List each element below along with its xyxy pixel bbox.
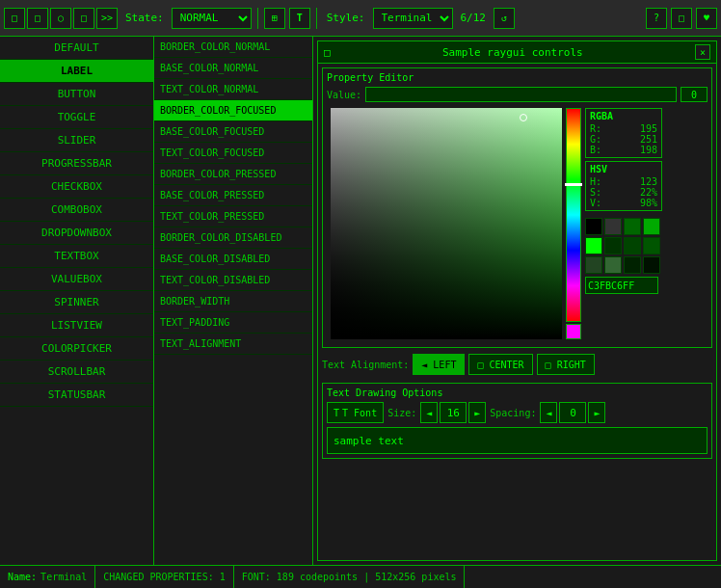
middle-base-color-focused[interactable]: BASE_COLOR_FOCUSED — [154, 121, 312, 143]
sidebar-item-progressbar[interactable]: PROGRESSBAR — [0, 152, 153, 175]
heart-icon[interactable]: ♥ — [696, 8, 717, 29]
spacing-value: 0 — [559, 402, 586, 423]
sidebar-item-label[interactable]: LABEL — [0, 60, 153, 83]
font-button[interactable]: T T Font — [327, 402, 384, 423]
info-icon[interactable]: □ — [671, 8, 692, 29]
middle-text-color-pressed[interactable]: TEXT_COLOR_PRESSED — [154, 206, 312, 227]
toolbar-btn-3[interactable]: ○ — [50, 8, 71, 29]
rgba-r-val: 195 — [640, 123, 657, 134]
sidebar-item-spinner[interactable]: SPINNER — [0, 291, 153, 314]
align-right-button[interactable]: □ RIGHT — [537, 354, 595, 375]
swatch-4[interactable] — [585, 237, 602, 254]
size-spinner: ◄ 16 ► — [420, 402, 486, 423]
sidebar-item-button[interactable]: BUTTON — [0, 83, 153, 106]
refresh-icon[interactable]: ↺ — [494, 8, 515, 29]
middle-text-alignment[interactable]: TEXT_ALIGNMENT — [154, 334, 312, 355]
hsv-h-label: H: — [590, 176, 601, 187]
swatch-0[interactable] — [585, 218, 602, 235]
state-select[interactable]: NORMAL FOCUSED PRESSED DISABLED — [172, 8, 252, 29]
rgba-g-label: G: — [590, 134, 601, 145]
toolbar-btn-1[interactable]: □ — [4, 8, 25, 29]
status-changed: CHANGED PROPERTIES: 1 — [95, 566, 233, 588]
swatch-6[interactable] — [624, 237, 641, 254]
swatch-9[interactable] — [604, 256, 622, 274]
middle-text-color-disabled[interactable]: TEXT_COLOR_DISABLED — [154, 270, 312, 291]
toolbar-btn-2[interactable]: □ — [27, 8, 48, 29]
spacing-label: Spacing: — [490, 408, 536, 418]
value-input[interactable] — [681, 87, 708, 102]
sidebar-item-colorpicker[interactable]: COLORPICKER — [0, 337, 153, 361]
swatch-10[interactable] — [624, 256, 641, 274]
style-select[interactable]: Terminal Default — [373, 8, 453, 29]
style-label: Style: — [327, 12, 365, 24]
rgba-title: RGBA — [590, 111, 657, 121]
sample-text-input[interactable] — [327, 427, 708, 454]
align-center-button[interactable]: □ CENTER — [468, 354, 532, 375]
middle-base-color-normal[interactable]: BASE_COLOR_NORMAL — [154, 58, 312, 79]
spacing-increase-button[interactable]: ► — [588, 402, 605, 423]
sidebar-item-scrollbar[interactable]: SCROLLBAR — [0, 361, 153, 384]
hsv-v-label: V: — [590, 198, 601, 208]
toolbar-btn-4[interactable]: □ — [73, 8, 94, 29]
middle-border-color-pressed[interactable]: BORDER_COLOR_PRESSED — [154, 164, 312, 185]
text-icon[interactable]: T — [289, 8, 310, 29]
middle-text-padding[interactable]: TEXT_PADDING — [154, 312, 312, 334]
rgba-r-label: R: — [590, 123, 601, 134]
toolbar: □ □ ○ □ >> State: NORMAL FOCUSED PRESSED… — [0, 0, 721, 37]
color-picker-area: RGBA R: 195 G: 251 B: — [331, 108, 704, 339]
property-editor-title: Property Editor — [327, 72, 708, 83]
help-icon[interactable]: ? — [646, 8, 667, 29]
property-editor-group: Property Editor Value: — [322, 67, 712, 348]
hue-bar[interactable] — [566, 108, 581, 322]
swatch-7[interactable] — [643, 237, 660, 254]
toolbar-buttons-left: □ □ ○ □ >> — [4, 8, 118, 29]
swatch-8[interactable] — [585, 256, 602, 274]
statusbar: Name: Terminal CHANGED PROPERTIES: 1 FON… — [0, 565, 721, 588]
rgba-r-row: R: 195 — [590, 123, 657, 134]
sidebar-item-default[interactable]: DEFAULT — [0, 37, 153, 60]
swatch-1[interactable] — [604, 218, 622, 235]
sidebar-item-dropdownbox[interactable]: DROPDOWNBOX — [0, 222, 153, 245]
sidebar-item-statusbar[interactable]: STATUSBAR — [0, 384, 153, 407]
align-left-button[interactable]: ◄ LEFT — [413, 354, 465, 375]
grid-icon[interactable]: ⊞ — [264, 8, 285, 29]
middle-base-color-disabled[interactable]: BASE_COLOR_DISABLED — [154, 249, 312, 270]
middle-text-color-normal[interactable]: TEXT_COLOR_NORMAL — [154, 79, 312, 100]
color-gradient[interactable] — [331, 108, 562, 339]
size-increase-button[interactable]: ► — [468, 402, 486, 423]
status-font: FONT: 189 codepoints | 512x256 pixels — [234, 566, 466, 588]
rgba-g-row: G: 251 — [590, 134, 657, 145]
hex-input[interactable] — [585, 277, 658, 294]
hsv-h-row: H: 123 — [590, 176, 657, 187]
middle-border-color-focused[interactable]: BORDER_COLOR_FOCUSED — [154, 100, 312, 121]
window-close-button[interactable]: × — [695, 44, 710, 60]
divider-1 — [257, 8, 258, 29]
sidebar-item-valuebox[interactable]: VALUEBOX — [0, 268, 153, 291]
text-drawing-title: Text Drawing Options — [327, 388, 708, 398]
sidebar-item-slider[interactable]: SLIDER — [0, 129, 153, 152]
color-info: RGBA R: 195 G: 251 B: — [585, 108, 662, 339]
swatch-11[interactable] — [643, 256, 660, 274]
alpha-bar[interactable] — [566, 324, 581, 339]
middle-border-color-disabled[interactable]: BORDER_COLOR_DISABLED — [154, 227, 312, 249]
sidebar-item-textbox[interactable]: TEXTBOX — [0, 245, 153, 268]
value-bar[interactable] — [365, 87, 677, 102]
toolbar-btn-5[interactable]: >> — [96, 8, 118, 29]
middle-border-width[interactable]: BORDER_WIDTH — [154, 291, 312, 312]
middle-base-color-pressed[interactable]: BASE_COLOR_PRESSED — [154, 185, 312, 206]
font-label: T Font — [342, 408, 377, 418]
text-drawing-options: Text Drawing Options T T Font Size: ◄ 16… — [322, 383, 712, 459]
property-editor-title-text: Property Editor — [327, 72, 414, 83]
swatch-2[interactable] — [624, 218, 641, 235]
swatch-5[interactable] — [604, 237, 622, 254]
swatch-3[interactable] — [643, 218, 660, 235]
spacing-decrease-button[interactable]: ◄ — [540, 402, 557, 423]
sidebar-item-checkbox[interactable]: CHECKBOX — [0, 175, 153, 199]
size-decrease-button[interactable]: ◄ — [420, 402, 438, 423]
hsv-s-row: S: 22% — [590, 187, 657, 198]
middle-border-color-normal[interactable]: BORDER_COLOR_NORMAL — [154, 37, 312, 58]
sidebar-item-toggle[interactable]: TOGGLE — [0, 106, 153, 129]
sidebar-item-listview[interactable]: LISTVIEW — [0, 314, 153, 337]
sidebar-item-combobox[interactable]: COMBOBOX — [0, 199, 153, 222]
middle-text-color-focused[interactable]: TEXT_COLOR_FOCUSED — [154, 143, 312, 164]
